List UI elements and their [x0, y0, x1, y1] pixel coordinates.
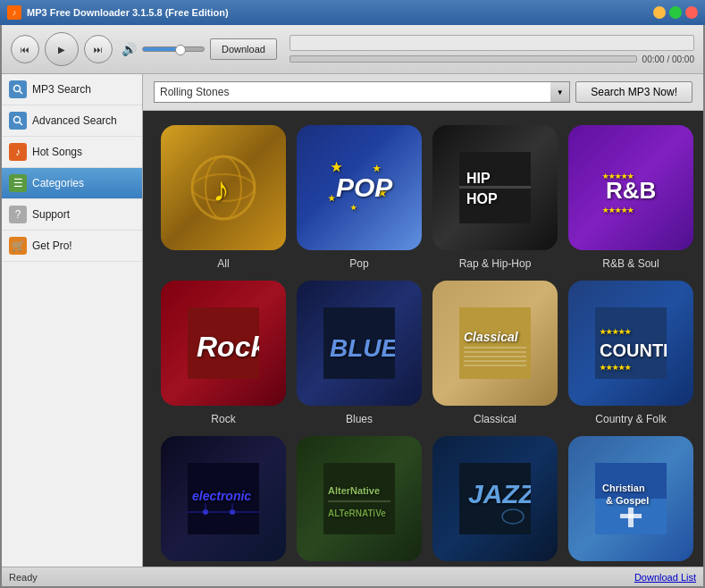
progress-area: 00:00 / 00:00 [290, 35, 694, 64]
svg-point-2 [14, 117, 21, 123]
category-rap-thumb: HIP HOP [432, 125, 558, 250]
title-bar: ♪ MP3 Free Downloader 3.1.5.8 (Free Edit… [0, 0, 705, 25]
svg-text:POP: POP [336, 172, 393, 202]
right-content: ▼ Search MP3 Now! [143, 74, 703, 567]
svg-rect-55 [620, 514, 642, 518]
category-jazz[interactable]: JAZZ Jazz [432, 436, 558, 567]
close-button[interactable] [685, 6, 698, 19]
time-display: 00:00 / 00:00 [642, 55, 694, 64]
category-rb[interactable]: ★★★★★ R&B ★★★★★ R&B & Soul [568, 125, 693, 270]
category-pop-thumb: ★ ★ ★ ★ ★ POP [297, 125, 422, 250]
search-mp3-button[interactable]: Search MP3 Now! [575, 81, 692, 103]
category-blues-thumb: BLUES [297, 281, 422, 406]
svg-point-0 [14, 86, 21, 92]
category-country-thumb: ★★★★★ COUNTRY ★★★★★ [568, 281, 693, 406]
sidebar-item-support[interactable]: ? Support [2, 199, 142, 231]
category-blues-label: Blues [346, 413, 373, 425]
category-pop-label: Pop [349, 257, 368, 270]
progress-track [290, 55, 637, 63]
play-button[interactable]: ▶ [45, 32, 79, 66]
svg-text:COUNTRY: COUNTRY [600, 340, 667, 360]
categories-icon: ☰ [9, 174, 27, 192]
category-rap[interactable]: HIP HOP Rap & Hip-Hop [432, 125, 558, 270]
get-pro-icon: 🛒 [9, 237, 27, 255]
category-classical[interactable]: Classical Classical [432, 281, 558, 425]
category-country-label: Country & Folk [595, 413, 666, 425]
category-pop[interactable]: ★ ★ ★ ★ ★ POP Pop [297, 125, 422, 270]
app-icon: ♪ [7, 5, 21, 20]
volume-icon: 🔊 [122, 42, 137, 56]
svg-text:BLUES: BLUES [330, 334, 395, 362]
sidebar-item-categories[interactable]: ☰ Categories [2, 168, 142, 199]
category-indie[interactable]: AlterNative ALTeRNATiVe Indie & Alertnat… [297, 436, 422, 567]
category-rock-label: Rock [211, 413, 235, 425]
svg-text:★★★★★: ★★★★★ [600, 328, 632, 336]
svg-text:HOP: HOP [466, 191, 498, 206]
category-rap-label: Rap & Hip-Hop [459, 257, 532, 270]
song-title-bar [290, 35, 694, 51]
category-all-label: All [217, 257, 229, 270]
window-controls [653, 6, 698, 19]
download-list-link[interactable]: Download List [634, 572, 696, 583]
search-input-wrapper: ▼ [154, 81, 570, 103]
svg-text:& Gospel: & Gospel [606, 495, 649, 506]
sidebar-categories-label: Categories [32, 177, 84, 189]
mp3-search-icon [9, 80, 27, 98]
svg-text:★★★★★: ★★★★★ [602, 206, 634, 214]
sidebar-hot-label: Hot Songs [32, 146, 82, 158]
category-religious-thumb: Christian & Gospel [568, 436, 693, 561]
svg-text:AlterNative: AlterNative [328, 485, 380, 496]
sidebar-mp3-label: MP3 Search [32, 83, 91, 96]
sidebar-item-mp3-search[interactable]: MP3 Search [2, 74, 142, 105]
categories-grid: ♪ All ★ ★ ★ ★ [143, 111, 703, 567]
search-dropdown-button[interactable]: ▼ [550, 81, 570, 103]
minimize-button[interactable] [653, 6, 666, 19]
toolbar: ⏮ ▶ ⏭ 🔊 Download 00:00 / 00:00 [2, 25, 703, 74]
hot-songs-icon: ♪ [9, 143, 27, 161]
support-icon: ? [9, 206, 27, 223]
rewind-button[interactable]: ⏮ [11, 35, 39, 63]
category-rb-label: R&B & Soul [602, 257, 659, 270]
svg-rect-17 [459, 186, 531, 189]
category-electronic-thumb: electronic [161, 436, 286, 561]
category-country[interactable]: ★★★★★ COUNTRY ★★★★★ Country & Folk [568, 281, 693, 425]
forward-button[interactable]: ⏭ [84, 35, 113, 63]
category-classical-label: Classical [474, 413, 516, 425]
categories-container[interactable]: ♪ All ★ ★ ★ ★ [143, 111, 703, 567]
category-rock-thumb: Rock [161, 281, 286, 406]
svg-text:JAZZ: JAZZ [468, 479, 531, 508]
download-button[interactable]: Download [210, 38, 277, 60]
maximize-button[interactable] [669, 6, 682, 19]
svg-rect-43 [323, 463, 395, 534]
svg-text:Christian: Christian [602, 483, 645, 493]
sidebar-support-label: Support [32, 208, 70, 221]
category-religious[interactable]: Christian & Gospel Religious [568, 436, 693, 567]
search-input[interactable] [154, 81, 570, 103]
advanced-search-icon [9, 112, 27, 130]
status-text: Ready [9, 572, 38, 583]
svg-text:♪: ♪ [213, 171, 230, 208]
category-all[interactable]: ♪ All [161, 125, 286, 270]
sidebar-item-advanced-search[interactable]: Advanced Search [2, 105, 142, 137]
sidebar-item-hot-songs[interactable]: ♪ Hot Songs [2, 137, 142, 168]
main-content: MP3 Search Advanced Search ♪ Hot Songs ☰… [2, 74, 703, 567]
sidebar-advanced-label: Advanced Search [32, 114, 117, 127]
status-bar: Ready Download List [2, 567, 703, 586]
category-rock[interactable]: Rock Rock [161, 281, 286, 425]
sidebar-pro-label: Get Pro! [32, 239, 72, 252]
category-electronic[interactable]: electronic Electronic [161, 436, 286, 567]
svg-text:R&B: R&B [606, 177, 656, 204]
category-blues[interactable]: BLUES Blues [297, 281, 422, 425]
category-jazz-thumb: JAZZ [432, 436, 558, 561]
svg-text:electronic: electronic [192, 489, 251, 503]
svg-text:Classical: Classical [464, 330, 519, 344]
svg-text:Rock: Rock [197, 331, 259, 363]
svg-line-3 [20, 122, 23, 126]
category-rb-thumb: ★★★★★ R&B ★★★★★ [568, 125, 693, 250]
svg-text:HIP: HIP [466, 171, 491, 186]
app-container: ⏮ ▶ ⏭ 🔊 Download 00:00 / 00:00 MP3 Searc… [0, 25, 705, 588]
svg-line-1 [20, 91, 23, 95]
volume-slider[interactable] [142, 46, 205, 52]
category-indie-thumb: AlterNative ALTeRNATiVe [297, 436, 422, 561]
sidebar-item-get-pro[interactable]: 🛒 Get Pro! [2, 231, 142, 262]
